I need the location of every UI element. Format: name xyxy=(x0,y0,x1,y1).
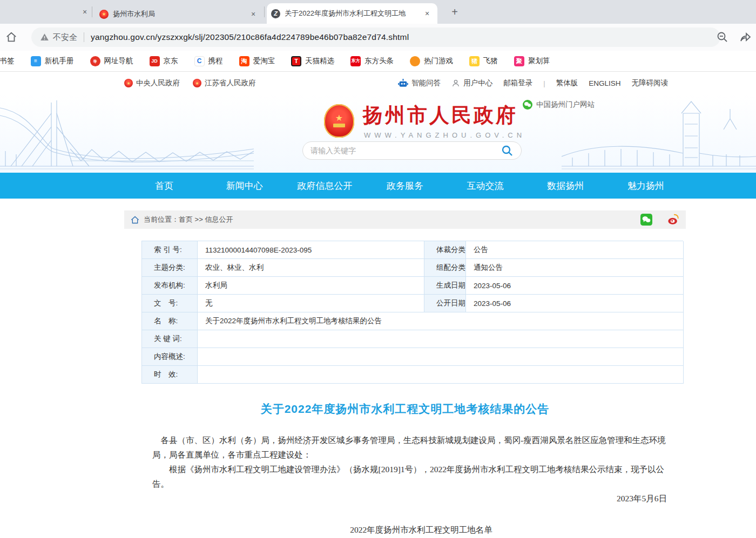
home-icon[interactable] xyxy=(5,30,21,45)
bookmark-label: 新机手册 xyxy=(45,56,74,66)
nav-item-info-disclosure[interactable]: 政府信息公开 xyxy=(285,173,365,199)
tab-title: 扬州市水利局 xyxy=(113,9,247,19)
search-input[interactable] xyxy=(310,146,501,155)
link-english[interactable]: ENGLISH xyxy=(589,79,620,87)
article-paragraph-recipients: 各县（市、区）水利（务）局，扬州经济开发区城乡事务管理局，生态科技新城规划建设局… xyxy=(152,433,666,462)
new-tab-button[interactable]: + xyxy=(447,4,462,19)
breadcrumb-text: 当前位置：首页 >> 信息公开 xyxy=(144,215,233,224)
bookmark-item[interactable]: ≡ 新机手册 xyxy=(31,56,74,66)
article-paragraph-basis: 根据《扬州市水利工程文明工地建设管理办法》（扬水规[2019]1号），2022年… xyxy=(152,462,666,491)
bookmark-item[interactable]: C 携程 xyxy=(194,56,223,66)
bookmark-label: 网址导航 xyxy=(104,56,133,66)
meta-label: 名 称: xyxy=(142,312,198,330)
portal-link[interactable]: 中国扬州门户网站 xyxy=(523,100,595,110)
link-traditional[interactable]: 繁体版 xyxy=(556,78,578,88)
taobao-icon: 淘 xyxy=(239,56,249,66)
bookmark-item[interactable]: 聚 聚划算 xyxy=(514,56,550,66)
meta-label: 时 效: xyxy=(142,366,198,384)
wechat-icon xyxy=(523,100,532,110)
nav-item-services[interactable]: 政务服务 xyxy=(365,173,446,199)
link-mail-login[interactable]: 邮箱登录 xyxy=(503,78,532,88)
meta-value-genre: 公告 xyxy=(466,241,684,259)
meta-label: 组配分类: xyxy=(424,259,466,277)
tab2-close-icon[interactable]: × xyxy=(421,8,433,19)
search-icon[interactable] xyxy=(501,144,514,157)
meta-label: 内容概述: xyxy=(142,348,198,366)
tab-title: 关于2022年度扬州市水利工程文明工地 xyxy=(285,9,421,18)
meta-label: 发布机构: xyxy=(142,277,198,295)
url-input[interactable]: 不安全 yangzhou.gov.cn/yzszxxgk/slj/202305/… xyxy=(31,28,720,47)
share-icon[interactable] xyxy=(739,30,754,45)
wechat-share-icon[interactable] xyxy=(640,214,652,226)
jd-icon: JD xyxy=(150,56,160,66)
bookmark-label: 携程 xyxy=(208,56,223,66)
article-date: 2023年5月6日 xyxy=(152,491,667,506)
fliggy-icon: 猪 xyxy=(469,56,480,66)
breadcrumb: 当前位置：首页 >> 信息公开 xyxy=(124,210,686,229)
bookmark-label: 京东 xyxy=(164,56,178,66)
nav-item-interaction[interactable]: 互动交流 xyxy=(445,173,525,199)
bookmark-item[interactable]: 机书签 xyxy=(0,56,15,66)
bookmark-item[interactable]: JD 京东 xyxy=(150,56,178,66)
nav-item-data[interactable]: 数据扬州 xyxy=(525,173,606,199)
meta-label: 主题分类: xyxy=(142,259,198,277)
site-logo[interactable]: ★ 扬州市人民政府 WWW.YANGZHOU.GOV.CN xyxy=(324,102,525,139)
bookmark-item[interactable]: 猪 飞猪 xyxy=(469,56,498,66)
robot-icon xyxy=(398,79,408,88)
link-label: 智能问答 xyxy=(411,78,441,88)
bookmark-item[interactable]: 东方 东方头条 xyxy=(350,56,394,66)
bookmark-label: 天猫精选 xyxy=(305,56,334,66)
bridge-artwork-left xyxy=(0,97,254,173)
article-list-heading: 2022年度扬州市水利工程文明工地名单 xyxy=(124,522,718,537)
meta-value-topic: 农业、林业、水利 xyxy=(198,259,424,277)
meta-label: 关 键 词: xyxy=(142,330,198,348)
meta-value-summary xyxy=(198,348,684,366)
bookmark-item[interactable]: 热门游戏 xyxy=(410,56,453,66)
tab-yangzhou-water-bureau[interactable]: ★ 扬州市水利局 × xyxy=(95,4,264,24)
link-smart-qa[interactable]: 智能问答 xyxy=(398,78,441,88)
zoom-out-icon[interactable] xyxy=(716,30,731,45)
user-icon xyxy=(451,79,460,87)
warning-triangle-icon xyxy=(40,33,49,42)
security-chip[interactable]: 不安全 xyxy=(40,32,77,43)
link-central-gov[interactable]: ★ 中央人民政府 xyxy=(124,78,180,88)
weibo-share-icon[interactable] xyxy=(667,214,679,226)
link-accessibility[interactable]: 无障碍阅读 xyxy=(632,78,669,88)
meta-value-validity xyxy=(198,366,684,384)
meta-label: 生成日期: xyxy=(424,277,466,295)
utility-divider: | xyxy=(543,79,545,87)
portal-label: 中国扬州门户网站 xyxy=(536,100,595,110)
link-jiangsu-gov[interactable]: ★ 江苏省人民政府 xyxy=(193,78,256,88)
home-breadcrumb-icon[interactable] xyxy=(131,216,139,224)
meta-value-publisher: 水利局 xyxy=(198,277,424,295)
omnibox-divider xyxy=(84,32,84,42)
nav-item-home[interactable]: 首页 xyxy=(124,173,205,199)
meta-label: 体裁分类: xyxy=(424,241,466,259)
tab1-close-icon[interactable]: × xyxy=(247,8,259,20)
nav-item-charm[interactable]: 魅力扬州 xyxy=(605,173,686,199)
bookmarks-bar: 机书签 ≡ 新机手册 导 网址导航 JD 京东 C 携程 淘 爱淘宝 T 天猫精… xyxy=(0,51,756,72)
nav-item-news[interactable]: 新闻中心 xyxy=(205,173,285,199)
site-header-banner: ★ 扬州市人民政府 WWW.YANGZHOU.GOV.CN 中国扬州门户网站 xyxy=(0,94,756,173)
juhuasuan-icon: 聚 xyxy=(514,56,524,66)
gov-emblem-icon: ★ xyxy=(124,79,133,87)
ctrip-icon: C xyxy=(194,56,205,66)
meta-value-category: 通知公告 xyxy=(466,259,684,277)
site-favicon-icon: Z xyxy=(271,9,280,18)
tab-strip: × ★ 扬州市水利局 × Z 关于2022年度扬州市水利工程文明工地 × + xyxy=(0,0,756,24)
meta-value-created-date: 2023-05-06 xyxy=(466,277,684,295)
tab0-close-icon[interactable]: × xyxy=(79,6,91,18)
document-meta-table: 索 引 号: 11321000014407098E-2023-095 体裁分类:… xyxy=(141,241,683,384)
tab-announcement-active[interactable]: Z 关于2022年度扬州市水利工程文明工地 × xyxy=(267,3,437,24)
link-user-center[interactable]: 用户中心 xyxy=(451,78,492,88)
bookmark-item[interactable]: 淘 爱淘宝 xyxy=(239,56,275,66)
bookmark-item[interactable]: 导 网址导航 xyxy=(90,56,133,66)
meta-value-keywords xyxy=(198,330,684,348)
link-label: 繁体版 xyxy=(556,78,578,88)
article-title: 关于2022年度扬州市水利工程文明工地考核结果的公告 xyxy=(124,401,686,417)
meta-value-publish-date: 2023-05-06 xyxy=(466,295,684,312)
site-search-box xyxy=(302,141,522,160)
bookmark-label: 飞猪 xyxy=(483,56,498,66)
bookmark-item[interactable]: T 天猫精选 xyxy=(291,56,334,66)
bookmark-label: 东方头条 xyxy=(364,56,394,66)
